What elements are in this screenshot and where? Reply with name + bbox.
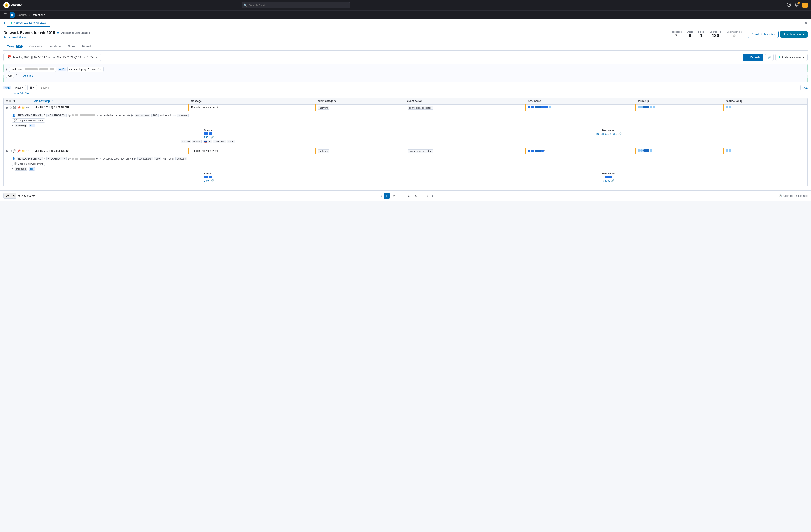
with-result-text: with result [160, 114, 172, 117]
col-header-event-category[interactable]: event.category [316, 98, 405, 105]
network-service-label-2: NETWORK SERVICE [17, 157, 43, 161]
fullscreen-icon[interactable]: ⛶ [799, 21, 803, 25]
more-icon[interactable]: ••• [26, 106, 29, 109]
list-view-icon[interactable]: ≡ [6, 100, 8, 103]
col-header-timestamp[interactable]: @timestamp ↓ 1 [32, 98, 188, 105]
tab-analyzer[interactable]: Analyzer [47, 42, 64, 50]
add-description-button[interactable]: Add a description ✏ [3, 36, 90, 39]
more-2-icon[interactable]: ••• [26, 149, 29, 153]
tab-query[interactable]: Query 735 [3, 42, 26, 50]
hamburger-menu-icon[interactable]: ☰ [3, 13, 7, 17]
tag-ru: 🇷🇺 RU [202, 140, 212, 143]
grid-view-icon[interactable]: ⊞ [13, 100, 15, 103]
filter-label: Filter [15, 86, 21, 89]
breadcrumb-parent[interactable]: Security [17, 13, 28, 16]
query-tag-hostname[interactable]: host.name: [9, 67, 56, 72]
settings-icon[interactable]: ⚙ [9, 100, 12, 103]
sort-desc-icon: ↓ 1 [51, 100, 54, 102]
add-filter-row[interactable]: ⊕ + Add filter [3, 92, 808, 95]
page-1[interactable]: 1 [384, 193, 390, 199]
edit-title-icon[interactable]: ✏ [57, 31, 60, 35]
row-actions-2: ▶ ⬡ 💬 📌 📁 ••• [6, 149, 30, 153]
svchost-label: svchost.exe [135, 113, 150, 117]
global-search-input[interactable] [242, 2, 350, 9]
folder-icon[interactable]: 📁 [21, 106, 25, 109]
page-2[interactable]: 2 [391, 193, 397, 199]
row-1-actions: ▶ ⬡ 💬 📌 📁 ••• [4, 105, 32, 111]
add-to-favorites-button[interactable]: ☆ Add to favorites [748, 31, 778, 38]
source-ip-value-2[interactable]: : 2346 🔗 [12, 179, 404, 182]
col-header-controls: ≡ ⚙ ⊞ ↕ [4, 98, 32, 105]
expand-row-icon[interactable]: ▶ [6, 106, 9, 109]
dest-port-2: : 3389 [603, 179, 610, 182]
sort-icon[interactable]: ↕ [16, 100, 17, 103]
source-ip-1[interactable]: : 1551 🔗 [12, 136, 404, 139]
col-header-destination-ip[interactable]: destination.ip [723, 98, 807, 105]
next-page-icon[interactable]: › [432, 194, 433, 198]
tab-notes[interactable]: Notes [64, 42, 79, 50]
breadcrumb: Security / Detections [17, 13, 45, 16]
investigate-2-icon[interactable]: ⬡ [10, 149, 12, 153]
investigate-icon[interactable]: ⬡ [10, 106, 12, 109]
col-header-event-action[interactable]: event.action [405, 98, 526, 105]
attach-to-case-button[interactable]: Attach to case ▾ [780, 31, 808, 38]
action-buttons: ☆ Add to favorites Attach to case ▾ [748, 31, 808, 38]
page-5[interactable]: 5 [413, 193, 419, 199]
secondary-navigation: ☰ D Security / Detections [0, 10, 811, 19]
page-4[interactable]: 4 [406, 193, 412, 199]
elastic-logo[interactable]: e elastic [3, 2, 22, 8]
query-tag-category[interactable]: event.category: "network" ✕ [67, 67, 104, 72]
page-3[interactable]: 3 [398, 193, 404, 199]
help-icon[interactable] [787, 3, 791, 8]
add-icon[interactable]: + [802, 3, 808, 8]
workspace-avatar[interactable]: D [10, 12, 15, 17]
filter-and-label: AND [3, 86, 11, 89]
dest-ip-link-icon: 🔗 [618, 133, 622, 136]
expanded-detail-1: 👤 NETWORK SERVICE \ NT AUTHORITY @ → [12, 112, 805, 145]
user-process-icon-2: 👤 [12, 157, 15, 160]
page-30[interactable]: 30 [425, 193, 431, 199]
query-or-operator[interactable]: OR [6, 74, 14, 78]
row-2-message: Endpoint network event [188, 148, 316, 154]
page-size-select[interactable]: 25 50 100 [3, 193, 16, 199]
row-2-actions: ▶ ⬡ 💬 📌 📁 ••• [4, 148, 32, 154]
prev-page-icon[interactable]: ‹ [381, 194, 382, 198]
success-label: success [177, 113, 189, 117]
network-grid-1: Source : 1551 🔗 [12, 129, 805, 143]
pin-2-icon[interactable]: 📌 [17, 149, 20, 153]
col-header-message[interactable]: message [188, 98, 316, 105]
detail-user-line-2: 👤 NETWORK SERVICE \ NT AUTHORITY @ o [12, 157, 805, 161]
tab-pinned[interactable]: Pinned [79, 42, 94, 50]
tab-correlation[interactable]: Correlation [26, 42, 47, 50]
add-timeline-tab-icon[interactable]: + [3, 21, 5, 25]
close-timeline-icon[interactable]: ✕ [805, 21, 808, 25]
filter-button[interactable]: Filter ▾ [13, 85, 26, 90]
col-header-source-ip[interactable]: source.ip [635, 98, 723, 105]
filter-search-input[interactable] [39, 85, 801, 90]
table-body: ▶ ⬡ 💬 📌 📁 ••• Mar 15, 2021 @ 08:05:51.05… [4, 105, 808, 187]
events-table-container: ≡ ⚙ ⊞ ↕ @timestamp ↓ 1 message [3, 97, 808, 187]
comment-icon[interactable]: 💬 [13, 106, 16, 109]
detail-event-line-2: 💬 Endpoint network event [12, 162, 805, 166]
query-field-hostname: host.name: [11, 68, 24, 71]
pin-icon[interactable]: 📌 [17, 106, 20, 109]
comment-2-icon[interactable]: 💬 [13, 149, 16, 153]
destination-ip-1[interactable]: 10.128.0.57 : 3389 🔗 [413, 133, 805, 136]
data-sources-button[interactable]: All data sources ▾ [775, 54, 808, 61]
refresh-button[interactable]: ↻ Refresh [743, 54, 763, 61]
folder-2-icon[interactable]: 📁 [21, 149, 25, 153]
copy-link-button[interactable]: 🔗 [765, 54, 774, 61]
add-field-button[interactable]: + Add field [21, 74, 33, 77]
expand-row-2-icon[interactable]: ▶ [6, 149, 9, 153]
query-and-operator: AND [58, 67, 65, 71]
destination-ip-value-2[interactable]: : 3389 🔗 [413, 179, 805, 182]
tab-notes-label: Notes [68, 45, 75, 48]
col-header-host-name[interactable]: host.name [526, 98, 635, 105]
filter-options-button[interactable]: ☰ ▾ [28, 85, 37, 90]
query-tag-close-icon[interactable]: ✕ [100, 68, 102, 71]
kql-label[interactable]: KQL [802, 86, 808, 89]
notifications-icon[interactable] [795, 3, 799, 8]
table-row: ▶ ⬡ 💬 📌 📁 ••• Mar 15, 2021 @ 08:05:51.05… [4, 105, 808, 111]
date-range-picker[interactable]: 📅 Mar 15, 2021 @ 07:56:51.054 → Mar 15, … [3, 53, 101, 61]
timeline-tab-active[interactable]: Network Events for win2019 [7, 19, 49, 27]
